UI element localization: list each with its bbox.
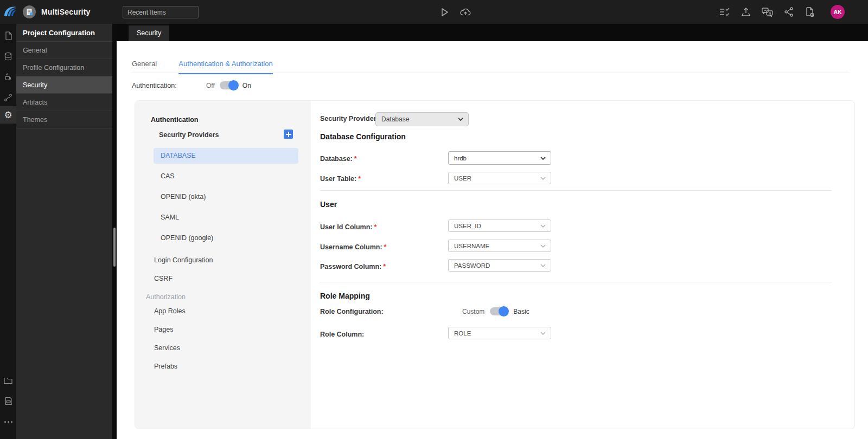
role-column-select[interactable]: ROLE xyxy=(448,327,551,339)
database-label: Database:* xyxy=(320,155,357,163)
database-configuration-title: Database Configuration xyxy=(320,132,406,141)
nav-title: Project Configuration xyxy=(16,24,112,42)
nav-item-artifacts[interactable]: Artifacts xyxy=(16,94,112,111)
tab-general[interactable]: General xyxy=(132,60,157,74)
switch-knob xyxy=(499,306,509,317)
provider-cas[interactable]: CAS xyxy=(154,169,298,184)
nav-scroll-track xyxy=(112,24,117,439)
role-column-label: Role Column: xyxy=(320,331,364,338)
gear-glyph: ⚙ xyxy=(4,111,12,120)
toggle-off-label: Off xyxy=(206,82,215,89)
user-table-value: USER xyxy=(454,175,471,182)
topbar: MultiSecurity xyxy=(0,0,868,24)
prefabs-item[interactable]: Prefabs xyxy=(154,363,177,370)
translate-icon[interactable] xyxy=(760,0,775,24)
password-column-select[interactable]: PASSWORD xyxy=(448,259,551,272)
tab-authentication-authorization[interactable]: Authentication & Authorization xyxy=(178,60,272,74)
svg-text:LOG: LOG xyxy=(7,401,10,403)
recent-items-input[interactable] xyxy=(123,6,199,18)
more-options-icon[interactable] xyxy=(0,413,16,430)
role-configuration-switch[interactable] xyxy=(490,307,508,315)
csrf-item[interactable]: CSRF xyxy=(154,275,173,282)
section-divider xyxy=(320,282,832,282)
add-provider-button[interactable] xyxy=(284,130,293,139)
authentication-toggle-row: Authentication: Off On xyxy=(132,81,251,89)
project-icon xyxy=(23,5,36,18)
wavemaker-logo[interactable] xyxy=(3,5,17,19)
logs-icon[interactable]: LOG xyxy=(0,392,16,410)
share-icon[interactable] xyxy=(781,0,796,24)
provider-form: Security Provider Database Database Conf… xyxy=(311,101,854,429)
role-toggle-basic-label: Basic xyxy=(513,308,529,315)
java-services-icon[interactable] xyxy=(0,68,16,86)
username-column-select[interactable]: USERNAME xyxy=(448,240,551,252)
user-avatar[interactable]: AK xyxy=(831,5,845,19)
switch-knob xyxy=(228,80,239,91)
export-icon[interactable] xyxy=(738,0,754,24)
deploy-cloud-icon[interactable] xyxy=(458,0,473,24)
security-provider-label: Security Provider xyxy=(320,115,376,122)
settings-icon[interactable]: ⚙ xyxy=(0,106,16,124)
security-provider-select[interactable]: Database xyxy=(375,112,469,126)
apis-icon[interactable] xyxy=(0,89,16,106)
section-divider xyxy=(320,190,832,191)
username-column-value: USERNAME xyxy=(454,243,489,249)
database-select[interactable]: hrdb xyxy=(448,151,551,165)
role-configuration-label: Role Configuration: xyxy=(320,308,462,315)
nav-item-profile-configuration[interactable]: Profile Configuration xyxy=(16,59,112,76)
databases-icon[interactable] xyxy=(0,48,16,65)
app-roles-item[interactable]: App Roles xyxy=(154,307,186,315)
role-column-value: ROLE xyxy=(454,330,471,337)
editor-tabbar: Security xyxy=(117,24,868,41)
pages-icon[interactable] xyxy=(0,27,16,44)
tabs-divider xyxy=(132,73,849,73)
authentication-label: Authentication: xyxy=(132,82,206,89)
auth-config-container: Authentication Security Providers DATABA… xyxy=(135,100,855,429)
authentication-switch[interactable] xyxy=(220,81,238,89)
nav-item-themes[interactable]: Themes xyxy=(16,111,112,128)
project-config-nav: Project Configuration General Profile Co… xyxy=(16,24,112,439)
nav-item-general[interactable]: General xyxy=(16,42,112,59)
security-providers-title: Security Providers xyxy=(159,131,219,139)
user-section-title: User xyxy=(320,200,337,209)
provider-openid-okta[interactable]: OPENID (okta) xyxy=(154,189,298,205)
provider-database[interactable]: DATABASE xyxy=(154,148,298,164)
folders-icon[interactable] xyxy=(0,372,16,389)
content-tabs: General Authentication & Authorization xyxy=(132,60,273,74)
user-id-column-value: USER_ID xyxy=(454,223,481,229)
user-id-column-select[interactable]: USER_ID xyxy=(448,220,551,232)
app-window: MultiSecurity xyxy=(0,0,868,439)
security-provider-value: Database xyxy=(381,115,409,123)
login-configuration-item[interactable]: Login Configuration xyxy=(154,256,213,264)
nav-scrollbar-thumb[interactable] xyxy=(113,228,116,267)
username-column-label: Username Column:* xyxy=(320,243,386,251)
database-value: hrdb xyxy=(454,155,467,162)
file-sync-icon[interactable] xyxy=(802,0,817,24)
nav-item-security[interactable]: Security xyxy=(16,76,112,94)
left-icon-rail: ⚙ LOG xyxy=(0,24,16,439)
pages-item[interactable]: Pages xyxy=(154,326,173,333)
role-mapping-title: Role Mapping xyxy=(320,292,370,300)
role-configuration-row: Role Configuration: Custom Basic xyxy=(320,307,529,315)
services-item[interactable]: Services xyxy=(154,344,180,352)
provider-saml[interactable]: SAML xyxy=(154,210,298,225)
auth-sidebar: Authentication Security Providers DATABA… xyxy=(135,101,311,429)
project-name: MultiSecurity xyxy=(41,8,91,16)
password-column-label: Password Column:* xyxy=(320,263,386,270)
user-id-column-label: User Id Column:* xyxy=(320,223,376,231)
authorization-section-title: Authorization xyxy=(146,293,186,301)
jobs-checklist-icon[interactable] xyxy=(717,0,732,24)
role-toggle-custom-label: Custom xyxy=(462,308,484,315)
password-column-value: PASSWORD xyxy=(454,262,490,269)
user-table-select[interactable]: USER xyxy=(448,172,551,184)
user-table-label: User Table:* xyxy=(320,175,361,183)
security-content: General Authentication & Authorization A… xyxy=(117,41,868,439)
run-preview-icon[interactable] xyxy=(437,0,451,24)
authentication-section-title: Authentication xyxy=(151,116,199,124)
toggle-on-label: On xyxy=(242,82,251,89)
provider-openid-google[interactable]: OPENID (google) xyxy=(154,230,298,246)
editor-tab-security[interactable]: Security xyxy=(129,25,169,41)
